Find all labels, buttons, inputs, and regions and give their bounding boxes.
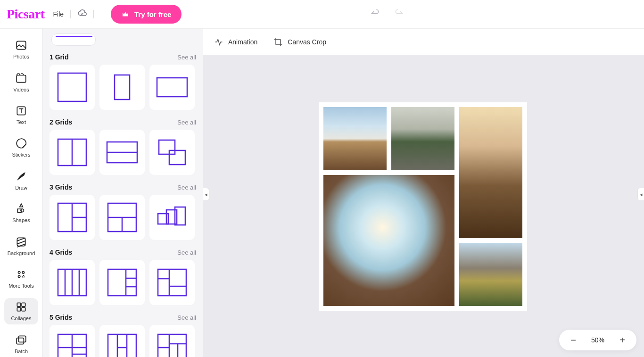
grid-thumb[interactable]	[50, 260, 95, 305]
collapse-panel-icon[interactable]: ◂	[203, 188, 209, 201]
rail-videos[interactable]: Videos	[4, 69, 38, 95]
panel-top-peek	[51, 33, 96, 46]
panel-scroll[interactable]: 1 Grid See all 2 Grids See all 3 Grids S…	[43, 29, 203, 357]
zoom-out-icon[interactable]: −	[570, 335, 577, 346]
see-all-link[interactable]: See all	[177, 184, 196, 191]
section-row-2grids	[50, 130, 196, 175]
see-all-link[interactable]: See all	[177, 249, 196, 256]
see-all-link[interactable]: See all	[177, 119, 196, 126]
collage-panel: 1 Grid See all 2 Grids See all 3 Grids S…	[42, 28, 203, 357]
grid-thumb[interactable]	[149, 65, 195, 110]
svg-rect-0	[17, 42, 26, 50]
grid-thumb[interactable]	[149, 195, 195, 240]
batch-icon	[15, 334, 27, 346]
rail-text[interactable]: Text	[4, 102, 38, 128]
grid-thumb[interactable]	[149, 325, 195, 357]
svg-rect-22	[169, 150, 185, 165]
zoom-in-icon[interactable]: +	[619, 335, 626, 346]
svg-rect-9	[22, 303, 25, 307]
videos-icon	[15, 72, 27, 84]
section-row-4grids	[50, 260, 196, 305]
grid-thumb[interactable]	[149, 260, 195, 305]
collage-cell[interactable]	[459, 107, 522, 238]
expand-right-panel-icon[interactable]: ◂	[637, 188, 644, 201]
svg-rect-11	[22, 308, 25, 312]
grid-thumb[interactable]	[99, 260, 145, 305]
grid-thumb[interactable]	[99, 130, 145, 175]
try-free-button[interactable]: Try for free	[111, 5, 182, 24]
grid-thumb[interactable]	[149, 130, 195, 175]
undo-icon[interactable]	[370, 8, 380, 20]
animation-button[interactable]: Animation	[214, 37, 257, 47]
grid-thumb[interactable]	[50, 130, 95, 175]
section-title: 4 Grids	[50, 249, 72, 256]
collage-cell[interactable]	[391, 107, 454, 170]
grid-thumb[interactable]	[50, 325, 95, 357]
section-head-2grids: 2 Grids See all	[50, 118, 196, 126]
rail-photos[interactable]: Photos	[4, 36, 38, 62]
left-rail: Photos Videos Text Stickers Draw Shapes …	[0, 28, 42, 357]
svg-rect-1	[17, 75, 26, 82]
redo-icon[interactable]	[395, 8, 404, 20]
rail-shapes[interactable]: Shapes	[4, 200, 38, 226]
stickers-icon	[15, 137, 27, 149]
section-row-5grids	[50, 325, 196, 357]
rail-background[interactable]: Background	[4, 232, 38, 258]
svg-point-4	[18, 272, 20, 274]
canvas-crop-label: Canvas Crop	[288, 38, 326, 46]
section-row-3grids	[50, 195, 196, 240]
rail-batch[interactable]: Batch	[4, 331, 38, 357]
rail-more-tools-label: More Tools	[8, 283, 34, 289]
rail-photos-label: Photos	[13, 54, 29, 59]
grid-thumb[interactable]	[50, 195, 95, 240]
cloud-sync-icon[interactable]	[77, 8, 87, 20]
photos-icon	[15, 39, 27, 51]
grid-thumb[interactable]	[99, 65, 145, 110]
rail-videos-label: Videos	[13, 87, 29, 92]
collage-cell[interactable]	[323, 107, 387, 170]
rail-draw[interactable]: Draw	[4, 167, 38, 193]
section-head-1grid: 1 Grid See all	[50, 53, 196, 61]
svg-rect-8	[17, 303, 21, 307]
collage-artboard[interactable]	[319, 102, 527, 311]
collage-cell[interactable]	[459, 243, 522, 306]
section-title: 5 Grids	[50, 314, 72, 321]
background-icon	[15, 236, 27, 248]
canvas-area[interactable]: − 50% +	[203, 55, 644, 357]
svg-rect-10	[17, 308, 21, 312]
grid-thumb[interactable]	[99, 195, 145, 240]
svg-point-5	[22, 272, 24, 274]
separator	[70, 10, 71, 18]
collages-icon	[15, 301, 27, 313]
file-menu[interactable]: File	[53, 10, 64, 18]
rail-more-tools[interactable]: More Tools	[4, 266, 38, 291]
svg-rect-16	[157, 78, 187, 97]
grid-thumb[interactable]	[99, 325, 145, 357]
rail-background-label: Background	[8, 250, 35, 256]
logo[interactable]: Picsart	[7, 7, 44, 22]
rail-text-label: Text	[17, 119, 26, 125]
zoom-control: − 50% +	[559, 330, 636, 350]
rail-collages[interactable]: Collages	[4, 298, 38, 324]
svg-rect-21	[159, 140, 175, 154]
see-all-link[interactable]: See all	[177, 314, 196, 321]
section-head-5grids: 5 Grids See all	[50, 314, 196, 321]
svg-rect-13	[19, 336, 26, 342]
canvas-crop-button[interactable]: Canvas Crop	[273, 37, 326, 47]
shapes-icon	[15, 203, 27, 215]
section-title: 2 Grids	[50, 118, 72, 126]
section-head-4grids: 4 Grids See all	[50, 249, 196, 256]
section-row-1grid	[50, 65, 196, 110]
grid-thumb[interactable]	[50, 65, 95, 110]
crown-icon	[121, 10, 130, 18]
collage-cell[interactable]	[323, 175, 454, 306]
crop-icon	[273, 37, 283, 47]
rail-draw-label: Draw	[15, 185, 27, 191]
animation-label: Animation	[228, 38, 257, 46]
zoom-level[interactable]: 50%	[591, 336, 604, 344]
canvas-toolbar: Animation Canvas Crop	[203, 28, 644, 55]
rail-stickers[interactable]: Stickers	[4, 134, 38, 160]
try-free-label: Try for free	[134, 10, 171, 18]
see-all-link[interactable]: See all	[177, 54, 196, 61]
section-title: 3 Grids	[50, 183, 72, 191]
